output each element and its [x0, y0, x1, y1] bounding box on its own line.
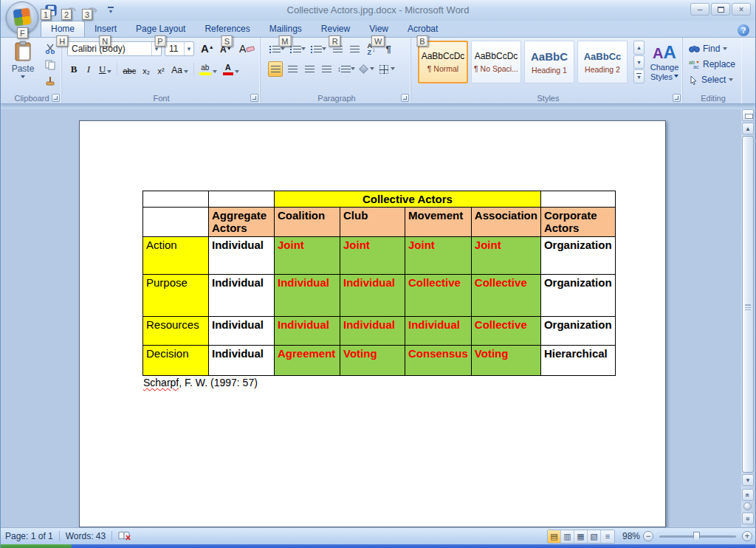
qat-customize-button[interactable]: ▼: [106, 4, 116, 16]
close-button[interactable]: ×: [732, 3, 751, 16]
font-dialog-launcher[interactable]: [250, 94, 258, 102]
justify-button[interactable]: [319, 61, 334, 77]
start-button-edge[interactable]: [1, 544, 72, 548]
table-row: Resources Individual Individual Individu…: [143, 317, 616, 346]
tab-references[interactable]: References S: [195, 21, 259, 37]
style-heading1[interactable]: AaBbC Heading 1: [524, 41, 574, 83]
font-size-combobox[interactable]: 11 ▼: [165, 41, 194, 56]
styles-dialog-launcher[interactable]: [673, 94, 681, 102]
page-indicator[interactable]: Page: 1 of 1: [5, 531, 53, 541]
previous-page-button[interactable]: «: [742, 489, 754, 501]
col-header: Corporate Actors: [540, 208, 615, 237]
cell: Individual: [209, 346, 275, 376]
group-label-editing: Editing: [684, 94, 742, 103]
select-button[interactable]: Select: [689, 75, 735, 85]
word-window: Collective Actors.jpg.docx - Microsoft W…: [0, 0, 756, 548]
next-page-button[interactable]: «: [742, 513, 754, 524]
cell-blank: [143, 208, 209, 237]
paste-button[interactable]: Paste: [7, 41, 39, 91]
tab-mailings[interactable]: Mailings M: [260, 21, 312, 37]
shading-button[interactable]: [359, 61, 376, 77]
find-button[interactable]: Find: [689, 44, 735, 54]
save-button[interactable]: 1: [44, 4, 58, 18]
scroll-down-button[interactable]: ▼: [742, 474, 754, 486]
keytip-home: H: [56, 35, 68, 47]
document-page[interactable]: Collective Actors Aggregate Actors Coali…: [79, 120, 666, 527]
align-center-button[interactable]: [285, 61, 300, 77]
select-browse-object-button[interactable]: [743, 502, 752, 510]
underline-button[interactable]: U: [97, 61, 114, 77]
style-gallery-more-button[interactable]: ▼: [633, 69, 645, 83]
multilevel-list-button[interactable]: [309, 41, 328, 57]
tab-page-layout[interactable]: Page Layout P: [126, 21, 195, 37]
line-spacing-button[interactable]: ↕: [336, 61, 357, 77]
outline-view-button[interactable]: ▧: [588, 530, 601, 543]
zoom-slider-handle[interactable]: [693, 532, 700, 541]
redo-button[interactable]: 3: [85, 4, 100, 18]
strikethrough-button[interactable]: abc: [120, 61, 138, 77]
shading-bucket-icon: [359, 64, 368, 74]
borders-icon: [379, 65, 388, 74]
tab-acrobat[interactable]: Acrobat B: [398, 21, 447, 37]
cell-blank: [143, 191, 209, 208]
view-ruler-toggle-button[interactable]: [742, 109, 754, 121]
format-painter-button[interactable]: [42, 75, 58, 88]
italic-label: I: [87, 64, 90, 75]
tab-view[interactable]: View W: [360, 21, 398, 37]
print-layout-view-button[interactable]: ▤: [548, 530, 561, 543]
clipboard-dialog-launcher[interactable]: [52, 94, 60, 102]
web-layout-view-button[interactable]: ▦: [574, 530, 588, 543]
change-styles-button[interactable]: AA Change Styles: [647, 41, 681, 94]
minimize-button[interactable]: –: [690, 3, 709, 16]
align-right-button[interactable]: [302, 61, 317, 77]
style-no-spacing[interactable]: AaBbCcDc ¶ No Spaci...: [471, 41, 521, 83]
font-color-button[interactable]: A: [221, 61, 241, 77]
undo-button[interactable]: 2: [64, 4, 79, 18]
style-scroll-up-button[interactable]: ▲: [633, 41, 645, 55]
zoom-in-button[interactable]: +: [742, 531, 752, 541]
restore-button[interactable]: [711, 3, 730, 16]
style-heading2[interactable]: AaBbCc Heading 2: [577, 41, 628, 83]
draft-view-button[interactable]: ≡: [601, 530, 614, 543]
numbering-button[interactable]: [289, 41, 307, 57]
zoom-slider-track[interactable]: [659, 535, 736, 538]
proofing-errors-icon[interactable]: [118, 531, 131, 541]
increase-indent-button[interactable]: [347, 41, 362, 57]
borders-button[interactable]: [378, 61, 396, 77]
word-count[interactable]: Words: 43: [66, 531, 106, 541]
copy-button[interactable]: [42, 58, 58, 72]
tab-review[interactable]: Review R: [312, 21, 360, 37]
subscript-button[interactable]: x₂: [140, 61, 153, 77]
fullscreen-reading-view-button[interactable]: ▥: [561, 530, 574, 543]
status-bar: Page: 1 of 1 Words: 43 ▤ ▥ ▦ ▧ ≡ 98% −: [1, 527, 755, 544]
font-name-combobox[interactable]: Calibri (Body) ▼: [67, 41, 162, 56]
tab-home[interactable]: Home H: [41, 21, 85, 37]
zoom-level-label[interactable]: 98%: [622, 531, 640, 541]
align-left-button[interactable]: [268, 61, 283, 77]
scroll-up-button[interactable]: ▲: [742, 123, 754, 134]
style-normal[interactable]: AaBbCcDc ¶ Normal: [418, 41, 468, 83]
help-button[interactable]: ?: [738, 24, 749, 36]
status-left: Page: 1 of 1 Words: 43: [5, 528, 131, 544]
bold-button[interactable]: B: [67, 61, 80, 77]
zoom-out-button[interactable]: −: [643, 531, 653, 541]
change-case-button[interactable]: Aa: [169, 61, 190, 77]
tab-insert[interactable]: Insert N: [85, 21, 126, 37]
clear-formatting-button[interactable]: A: [237, 41, 257, 56]
italic-button[interactable]: I: [82, 61, 95, 77]
quick-access-toolbar: 1 2 3 ▼: [44, 3, 116, 18]
office-button[interactable]: F: [6, 1, 38, 34]
style-scroll-down-button[interactable]: ▼: [633, 55, 645, 69]
keytip-redo: 3: [82, 9, 92, 20]
cell: Organization: [540, 237, 615, 275]
highlight-button[interactable]: ab: [197, 61, 219, 77]
replace-button[interactable]: ab ac Replace: [689, 59, 735, 69]
superscript-button[interactable]: x²: [154, 61, 168, 77]
cell: Individual: [209, 317, 275, 346]
style-gallery-scroll: ▲ ▼ ▼: [633, 41, 645, 83]
scrollbar-thumb[interactable]: [742, 136, 754, 473]
change-styles-icon: AA: [653, 44, 676, 61]
style-normal-preview: AaBbCcDc: [422, 51, 465, 61]
paragraph-dialog-launcher[interactable]: [401, 94, 409, 102]
grow-font-button[interactable]: A▲: [199, 41, 216, 56]
